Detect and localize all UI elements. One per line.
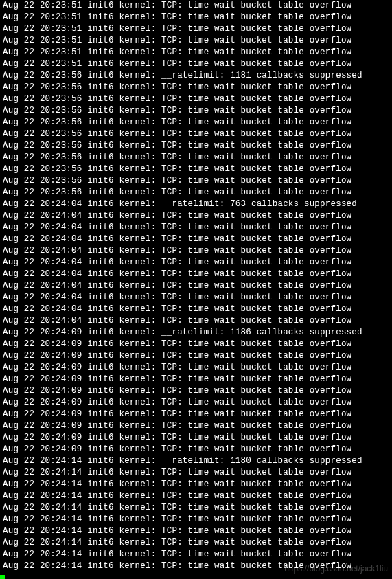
log-line: Aug 22 20:24:14 init6 kernel: TCP: time … xyxy=(3,514,389,525)
log-line: Aug 22 20:24:04 init6 kernel: TCP: time … xyxy=(3,269,389,280)
log-line: Aug 22 20:23:56 init6 kernel: TCP: time … xyxy=(3,175,389,187)
log-line: Aug 22 20:24:04 init6 kernel: TCP: time … xyxy=(3,234,389,245)
log-line: Aug 22 20:23:51 init6 kernel: TCP: time … xyxy=(3,58,389,70)
log-line: Aug 22 20:23:56 init6 kernel: TCP: time … xyxy=(3,128,389,140)
log-line: Aug 22 20:24:04 init6 kernel: TCP: time … xyxy=(3,222,389,234)
log-line: Aug 22 20:24:14 init6 kernel: TCP: time … xyxy=(3,467,389,479)
log-line: Aug 22 20:23:56 init6 kernel: TCP: time … xyxy=(3,163,389,175)
log-line: Aug 22 20:23:51 init6 kernel: TCP: time … xyxy=(3,12,389,23)
log-line: Aug 22 20:24:14 init6 kernel: __ratelimi… xyxy=(3,455,389,467)
log-line: Aug 22 20:24:04 init6 kernel: TCP: time … xyxy=(3,257,389,269)
log-line: Aug 22 20:24:09 init6 kernel: TCP: time … xyxy=(3,444,389,455)
log-line: Aug 22 20:24:14 init6 kernel: TCP: time … xyxy=(3,560,389,572)
log-line: Aug 22 20:24:04 init6 kernel: __ratelimi… xyxy=(3,198,389,210)
log-line: Aug 22 20:23:51 init6 kernel: TCP: time … xyxy=(3,0,389,12)
log-line: Aug 22 20:23:51 init6 kernel: TCP: time … xyxy=(3,35,389,47)
log-line: Aug 22 20:24:09 init6 kernel: TCP: time … xyxy=(3,362,389,374)
log-line: Aug 22 20:24:04 init6 kernel: TCP: time … xyxy=(3,245,389,257)
log-line: Aug 22 20:24:09 init6 kernel: __ratelimi… xyxy=(3,327,389,339)
log-line: Aug 22 20:24:04 init6 kernel: TCP: time … xyxy=(3,315,389,327)
log-line: Aug 22 20:24:04 init6 kernel: TCP: time … xyxy=(3,292,389,304)
log-line: Aug 22 20:24:14 init6 kernel: TCP: time … xyxy=(3,549,389,560)
log-line: Aug 22 20:24:09 init6 kernel: TCP: time … xyxy=(3,385,389,397)
terminal-cursor xyxy=(0,575,5,579)
log-line: Aug 22 20:23:56 init6 kernel: TCP: time … xyxy=(3,93,389,105)
log-line: Aug 22 20:23:56 init6 kernel: TCP: time … xyxy=(3,187,389,198)
log-line: Aug 22 20:23:56 init6 kernel: TCP: time … xyxy=(3,82,389,93)
log-line: Aug 22 20:24:04 init6 kernel: TCP: time … xyxy=(3,280,389,292)
log-line: Aug 22 20:23:56 init6 kernel: TCP: time … xyxy=(3,105,389,117)
log-line: Aug 22 20:24:09 init6 kernel: TCP: time … xyxy=(3,350,389,362)
log-line: Aug 22 20:24:14 init6 kernel: TCP: time … xyxy=(3,490,389,502)
log-line: Aug 22 20:24:14 init6 kernel: TCP: time … xyxy=(3,525,389,537)
log-line: Aug 22 20:23:56 init6 kernel: TCP: time … xyxy=(3,117,389,128)
log-line: Aug 22 20:24:09 init6 kernel: TCP: time … xyxy=(3,374,389,385)
log-line: Aug 22 20:23:51 init6 kernel: TCP: time … xyxy=(3,23,389,35)
log-line: Aug 22 20:24:09 init6 kernel: TCP: time … xyxy=(3,339,389,350)
terminal-output: Aug 22 20:23:51 init6 kernel: TCP: time … xyxy=(0,0,392,572)
log-line: Aug 22 20:24:09 init6 kernel: TCP: time … xyxy=(3,409,389,420)
log-line: Aug 22 20:24:09 init6 kernel: TCP: time … xyxy=(3,397,389,409)
log-line: Aug 22 20:23:56 init6 kernel: __ratelimi… xyxy=(3,70,389,82)
log-line: Aug 22 20:24:04 init6 kernel: TCP: time … xyxy=(3,304,389,315)
log-line: Aug 22 20:24:04 init6 kernel: TCP: time … xyxy=(3,210,389,222)
log-line: Aug 22 20:24:09 init6 kernel: TCP: time … xyxy=(3,432,389,444)
log-line: Aug 22 20:23:51 init6 kernel: TCP: time … xyxy=(3,47,389,58)
log-line: Aug 22 20:23:56 init6 kernel: TCP: time … xyxy=(3,140,389,152)
log-line: Aug 22 20:24:09 init6 kernel: TCP: time … xyxy=(3,420,389,432)
log-line: Aug 22 20:23:56 init6 kernel: TCP: time … xyxy=(3,152,389,163)
log-line: Aug 22 20:24:14 init6 kernel: TCP: time … xyxy=(3,502,389,514)
log-line: Aug 22 20:24:14 init6 kernel: TCP: time … xyxy=(3,479,389,490)
log-line: Aug 22 20:24:14 init6 kernel: TCP: time … xyxy=(3,537,389,549)
